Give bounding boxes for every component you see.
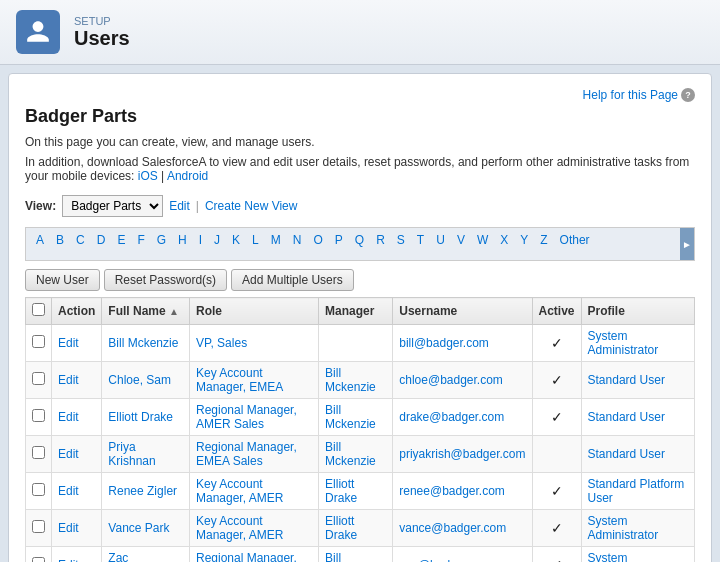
active-check: ✓ xyxy=(551,409,563,425)
edit-link-1[interactable]: Edit xyxy=(58,373,79,387)
role-link-1[interactable]: Key Account Manager, EMEA xyxy=(196,366,283,394)
alpha-b[interactable]: B xyxy=(54,232,66,248)
row-fullname-cell: Elliott Drake xyxy=(102,399,190,436)
alpha-n[interactable]: N xyxy=(291,232,304,248)
alpha-z[interactable]: Z xyxy=(538,232,549,248)
alpha-m[interactable]: M xyxy=(269,232,283,248)
alpha-r[interactable]: R xyxy=(374,232,387,248)
role-link-2[interactable]: Regional Manager, AMER Sales xyxy=(196,403,297,431)
profile-link-6[interactable]: System Administrator xyxy=(588,551,659,562)
row-checkbox-3[interactable] xyxy=(32,446,45,459)
row-role-cell: Regional Manager, AMER Sales xyxy=(189,399,318,436)
alpha-u[interactable]: U xyxy=(434,232,447,248)
scroll-tab[interactable]: ► xyxy=(680,227,694,261)
edit-link-2[interactable]: Edit xyxy=(58,410,79,424)
row-active-cell: ✓ xyxy=(532,473,581,510)
view-label: View: xyxy=(25,199,56,213)
android-link[interactable]: Android xyxy=(167,169,208,183)
page-description-extra: In addition, download SalesforceA to vie… xyxy=(25,155,695,183)
active-check: ✓ xyxy=(551,335,563,351)
fullname-link-2[interactable]: Elliott Drake xyxy=(108,410,173,424)
role-link-3[interactable]: Regional Manager, EMEA Sales xyxy=(196,440,297,468)
edit-link-4[interactable]: Edit xyxy=(58,484,79,498)
edit-link-0[interactable]: Edit xyxy=(58,336,79,350)
alpha-g[interactable]: G xyxy=(155,232,168,248)
active-check: ✓ xyxy=(551,483,563,499)
alpha-o[interactable]: O xyxy=(311,232,324,248)
alpha-x[interactable]: X xyxy=(498,232,510,248)
manager-link-3[interactable]: Bill Mckenzie xyxy=(325,440,376,468)
username-link-5[interactable]: vance@badger.com xyxy=(399,521,506,535)
role-link-5[interactable]: Key Account Manager, AMER xyxy=(196,514,283,542)
username-link-0[interactable]: bill@badger.com xyxy=(399,336,489,350)
reset-passwords-button-top[interactable]: Reset Password(s) xyxy=(104,269,227,291)
row-checkbox-4[interactable] xyxy=(32,483,45,496)
alpha-d[interactable]: D xyxy=(95,232,108,248)
alpha-y[interactable]: Y xyxy=(518,232,530,248)
row-checkbox-1[interactable] xyxy=(32,372,45,385)
profile-link-3[interactable]: Standard User xyxy=(588,447,665,461)
alpha-a[interactable]: A xyxy=(34,232,46,248)
alpha-s[interactable]: S xyxy=(395,232,407,248)
edit-link-6[interactable]: Edit xyxy=(58,558,79,562)
fullname-link-5[interactable]: Vance Park xyxy=(108,521,169,535)
profile-link-4[interactable]: Standard Platform User xyxy=(588,477,685,505)
new-user-button-top[interactable]: New User xyxy=(25,269,100,291)
profile-link-5[interactable]: System Administrator xyxy=(588,514,659,542)
help-link[interactable]: Help for this Page xyxy=(583,88,678,102)
alpha-p[interactable]: P xyxy=(333,232,345,248)
username-link-3[interactable]: priyakrish@badger.com xyxy=(399,447,525,461)
view-select[interactable]: Badger Parts xyxy=(62,195,163,217)
fullname-link-3[interactable]: Priya Krishnan xyxy=(108,440,155,468)
manager-link-4[interactable]: Elliott Drake xyxy=(325,477,357,505)
alpha-v[interactable]: V xyxy=(455,232,467,248)
edit-view-link[interactable]: Edit xyxy=(169,199,190,213)
username-link-2[interactable]: drake@badger.com xyxy=(399,410,504,424)
username-link-1[interactable]: chloe@badger.com xyxy=(399,373,503,387)
fullname-link-0[interactable]: Bill Mckenzie xyxy=(108,336,178,350)
fullname-link-4[interactable]: Renee Zigler xyxy=(108,484,177,498)
page-title: Users xyxy=(74,27,130,50)
manager-link-2[interactable]: Bill Mckenzie xyxy=(325,403,376,431)
alpha-q[interactable]: Q xyxy=(353,232,366,248)
alpha-i[interactable]: I xyxy=(197,232,204,248)
alpha-w[interactable]: W xyxy=(475,232,490,248)
alpha-h[interactable]: H xyxy=(176,232,189,248)
role-link-0[interactable]: VP, Sales xyxy=(196,336,247,350)
alpha-c[interactable]: C xyxy=(74,232,87,248)
page-description: On this page you can create, view, and m… xyxy=(25,135,695,149)
manager-link-1[interactable]: Bill Mckenzie xyxy=(325,366,376,394)
role-link-4[interactable]: Key Account Manager, AMER xyxy=(196,477,283,505)
profile-link-1[interactable]: Standard User xyxy=(588,373,665,387)
alpha-f[interactable]: F xyxy=(135,232,146,248)
role-link-6[interactable]: Regional Manager, APAC Sales xyxy=(196,551,297,562)
select-all-checkbox[interactable] xyxy=(32,303,45,316)
alpha-j[interactable]: J xyxy=(212,232,222,248)
row-checkbox-6[interactable] xyxy=(32,557,45,562)
edit-link-5[interactable]: Edit xyxy=(58,521,79,535)
create-view-link[interactable]: Create New View xyxy=(205,199,297,213)
row-checkbox-0[interactable] xyxy=(32,335,45,348)
manager-link-6[interactable]: Bill Mckenzie xyxy=(325,551,376,562)
alpha-t[interactable]: T xyxy=(415,232,426,248)
alpha-other[interactable]: Other xyxy=(558,232,592,248)
alpha-k[interactable]: K xyxy=(230,232,242,248)
col-checkbox xyxy=(26,298,52,325)
table-row: Edit Chloe, Sam Key Account Manager, EME… xyxy=(26,362,695,399)
row-checkbox-5[interactable] xyxy=(32,520,45,533)
username-link-6[interactable]: zac@badger.com xyxy=(399,558,493,562)
profile-link-0[interactable]: System Administrator xyxy=(588,329,659,357)
alpha-e[interactable]: E xyxy=(115,232,127,248)
add-multiple-users-button-top[interactable]: Add Multiple Users xyxy=(231,269,354,291)
fullname-link-1[interactable]: Chloe, Sam xyxy=(108,373,171,387)
username-link-4[interactable]: renee@badger.com xyxy=(399,484,505,498)
manager-link-5[interactable]: Elliott Drake xyxy=(325,514,357,542)
profile-link-2[interactable]: Standard User xyxy=(588,410,665,424)
row-checkbox-2[interactable] xyxy=(32,409,45,422)
edit-link-3[interactable]: Edit xyxy=(58,447,79,461)
alpha-l[interactable]: L xyxy=(250,232,261,248)
row-manager-cell xyxy=(319,325,393,362)
ios-link[interactable]: iOS xyxy=(138,169,158,183)
row-action-cell: Edit xyxy=(52,436,102,473)
fullname-link-6[interactable]: Zac Mehmood xyxy=(108,551,161,562)
